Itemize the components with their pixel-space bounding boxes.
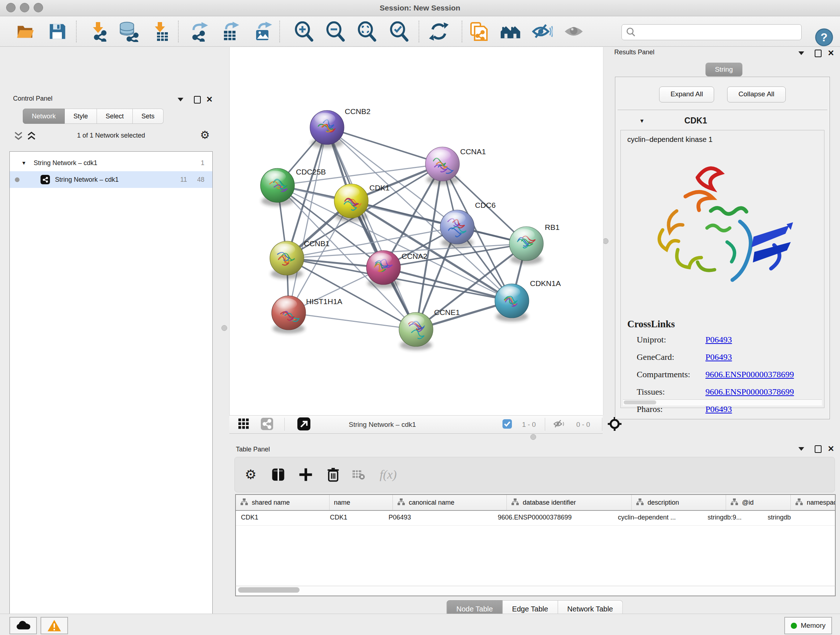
crosslink-link[interactable]: P06493 xyxy=(706,404,732,414)
network-list: ▼ String Network – cdk1 1 String Network… xyxy=(9,151,213,635)
memory-button[interactable]: Memory xyxy=(784,617,832,634)
column-header-canonical-name[interactable]: canonical name xyxy=(393,495,507,510)
first-neighbors-button[interactable] xyxy=(499,20,522,43)
table-row[interactable]: CDK1CDK1P064939606.ENSP00000378699cyclin… xyxy=(236,511,835,526)
network-edge-CCNB2-CCNA1[interactable] xyxy=(327,127,442,164)
protein-section-header[interactable]: ▼ CDK1 xyxy=(617,112,827,129)
column-label: namespace xyxy=(807,499,836,507)
tab-sets[interactable]: Sets xyxy=(133,109,164,124)
selected-checkbox[interactable] xyxy=(502,419,512,430)
network-node-CDKN1A[interactable]: CDKN1A xyxy=(495,279,561,321)
table-panel-close-button[interactable]: ✕ xyxy=(826,445,836,453)
results-panel-float-button[interactable] xyxy=(813,49,823,57)
hide-selected-button[interactable] xyxy=(531,20,554,43)
import-network-file-button[interactable] xyxy=(87,20,110,43)
crosslink-link[interactable]: P06493 xyxy=(706,335,732,345)
table-cell[interactable]: stringdb:9... xyxy=(703,511,763,525)
copy-network-button[interactable] xyxy=(467,20,490,43)
zoom-selected-icon xyxy=(389,21,409,42)
export-table-button[interactable] xyxy=(219,20,242,43)
table-cell[interactable]: CDK1 xyxy=(325,511,384,525)
left-splitter-handle[interactable] xyxy=(221,325,227,331)
network-graph[interactable]: CCNB2CCNA1CDC25BCDK1CDC6RB1CCNB1CCNA2CDK… xyxy=(230,47,603,415)
network-edge-CCNA2-CDKN1A[interactable] xyxy=(384,268,512,301)
export-network-button[interactable] xyxy=(188,20,211,43)
node-label-CCNB1: CCNB1 xyxy=(304,239,330,248)
import-table-file-button[interactable] xyxy=(149,20,172,43)
column-header-name[interactable]: name xyxy=(330,495,393,510)
scrollbar-thumb[interactable] xyxy=(238,587,300,593)
tab-network[interactable]: Network xyxy=(23,109,65,124)
network-node-CCNA1[interactable]: CCNA1 xyxy=(425,147,486,185)
section-collapse-arrow[interactable]: ▼ xyxy=(639,118,645,124)
import-network-database-button[interactable] xyxy=(117,20,140,43)
table-cell[interactable]: cyclin–dependent ... xyxy=(613,511,703,525)
zoom-out-button[interactable] xyxy=(324,20,347,43)
network-node-CDC6[interactable]: CDC6 xyxy=(440,201,496,248)
control-panel-close-button[interactable]: ✕ xyxy=(205,96,214,103)
table-cell[interactable]: P06493 xyxy=(384,511,493,525)
search-field[interactable] xyxy=(622,24,802,40)
crosslink-link[interactable]: 9606.ENSP00000378699 xyxy=(706,370,794,379)
table-cell[interactable]: 9606.ENSP00000378699 xyxy=(493,511,613,525)
save-session-button[interactable] xyxy=(46,20,69,43)
results-horizontal-scrollbar[interactable] xyxy=(623,399,822,405)
delete-column-button[interactable] xyxy=(326,467,340,482)
column-header-namespace[interactable]: namespace xyxy=(791,495,836,510)
warning-status-button[interactable] xyxy=(41,617,68,634)
table-horizontal-scrollbar[interactable] xyxy=(235,586,836,596)
zoom-selected-button[interactable] xyxy=(387,20,411,43)
tab-style[interactable]: Style xyxy=(65,109,97,124)
expand-all-button[interactable]: Expand All xyxy=(659,87,714,103)
network-row[interactable]: String Network – cdk1 11 48 xyxy=(10,171,212,188)
refresh-view-button[interactable] xyxy=(427,20,450,43)
node-table[interactable]: shared namenamecanonical namedatabase id… xyxy=(235,494,836,586)
column-header-id[interactable]: @id xyxy=(726,495,791,510)
bottom-splitter-handle[interactable] xyxy=(531,434,536,440)
export-image-button[interactable] xyxy=(251,20,274,43)
network-overview-button[interactable] xyxy=(261,418,273,432)
eye-slash-icon xyxy=(532,21,553,42)
column-header-shared-name[interactable]: shared name xyxy=(236,495,330,510)
cloud-status-button[interactable] xyxy=(9,617,37,634)
zoom-fit-button[interactable] xyxy=(355,20,378,43)
tab-select[interactable]: Select xyxy=(97,109,133,124)
table-cell[interactable]: CDK1 xyxy=(236,511,325,525)
network-node-CDK1[interactable]: CDK1 xyxy=(334,184,390,222)
collapse-all-button[interactable]: Collapse All xyxy=(727,87,785,103)
network-canvas[interactable]: CCNB2CCNA1CDC25BCDK1CDC6RB1CCNB1CCNA2CDK… xyxy=(229,47,603,415)
crosslink-link[interactable]: P06493 xyxy=(706,352,732,362)
network-edge-HIST1H1A-CCNE1[interactable] xyxy=(289,313,416,329)
network-node-CDC25B[interactable]: CDC25B xyxy=(261,168,326,206)
show-columns-button[interactable] xyxy=(271,467,286,482)
control-panel-float-button[interactable] xyxy=(193,96,202,103)
create-column-button[interactable] xyxy=(299,468,313,481)
collection-expand-arrow[interactable]: ▼ xyxy=(21,160,28,166)
network-node-RB1[interactable]: RB1 xyxy=(509,223,560,264)
separator xyxy=(545,418,545,431)
network-node-CCNE1[interactable]: CCNE1 xyxy=(399,308,460,350)
table-cell[interactable]: stringdb xyxy=(763,511,835,525)
crosslink-link[interactable]: 9606.ENSP00000378699 xyxy=(706,387,794,397)
results-panel-close-button[interactable]: ✕ xyxy=(826,49,836,57)
column-header-database-identifier[interactable]: database identifier xyxy=(507,495,632,510)
column-header-description[interactable]: description xyxy=(632,495,726,510)
external-link-icon xyxy=(297,417,310,431)
table-options-gear-button[interactable]: ⚙ xyxy=(245,469,256,480)
detach-view-button[interactable] xyxy=(297,417,310,432)
toolbar-separator xyxy=(76,21,77,42)
tab-string[interactable]: String xyxy=(706,63,742,76)
grid-view-button[interactable] xyxy=(238,418,249,431)
network-node-CCNB2[interactable]: CCNB2 xyxy=(310,107,370,148)
open-session-button[interactable] xyxy=(14,20,37,43)
control-panel-menu-button[interactable] xyxy=(176,96,185,103)
network-options-gear-button[interactable]: ⚙ xyxy=(200,130,210,141)
table-panel-menu-button[interactable] xyxy=(797,445,806,453)
results-panel-menu-button[interactable] xyxy=(797,49,806,57)
table-panel-float-button[interactable] xyxy=(813,445,823,453)
network-collection-row[interactable]: ▼ String Network – cdk1 1 xyxy=(10,155,212,171)
help-button[interactable]: ? xyxy=(815,28,834,47)
show-all-button[interactable] xyxy=(562,20,585,43)
search-input[interactable] xyxy=(638,28,801,36)
zoom-in-button[interactable] xyxy=(292,20,316,43)
